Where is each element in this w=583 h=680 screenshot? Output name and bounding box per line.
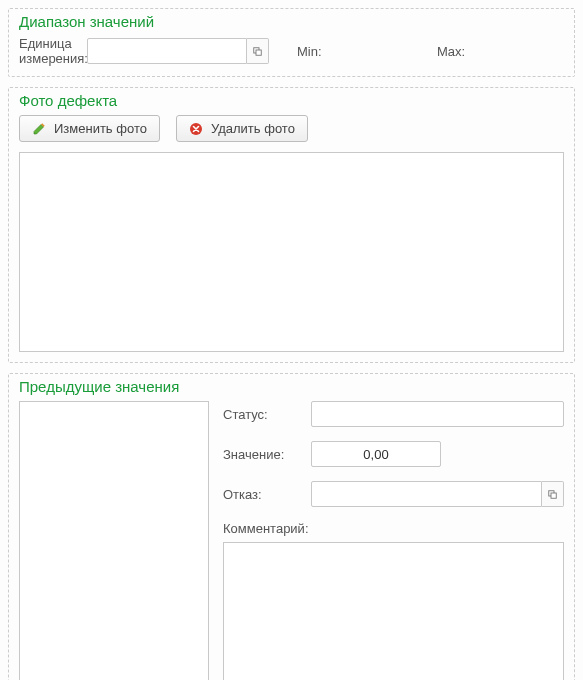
photo-button-row: Изменить фото Удалить фото — [19, 115, 564, 142]
unit-input-wrap — [87, 38, 269, 64]
open-dialog-icon — [253, 46, 262, 57]
refusal-input-wrap — [311, 481, 564, 507]
previous-grid: Статус: Значение: Отказ: Комментарий: — [19, 401, 564, 680]
delete-icon — [189, 122, 203, 136]
comment-label: Комментарий: — [223, 521, 564, 536]
comment-textarea[interactable] — [223, 542, 564, 680]
delete-photo-label: Удалить фото — [211, 121, 295, 136]
range-row: Единица измерения: Min: Max: — [19, 36, 564, 66]
previous-legend: Предыдущие значения — [19, 378, 564, 395]
min-label: Min: — [297, 44, 357, 59]
range-legend: Диапазон значений — [19, 13, 564, 30]
pencil-icon — [32, 122, 46, 136]
value-row: Значение: — [223, 441, 564, 467]
max-label: Max: — [437, 44, 465, 59]
svg-rect-4 — [551, 493, 556, 498]
refusal-label: Отказ: — [223, 487, 303, 502]
change-photo-label: Изменить фото — [54, 121, 147, 136]
unit-label: Единица измерения: — [19, 36, 87, 66]
range-fieldset: Диапазон значений Единица измерения: Min… — [8, 8, 575, 77]
status-row: Статус: — [223, 401, 564, 427]
photo-fieldset: Фото дефекта Изменить фото Удалить фото — [8, 87, 575, 363]
refusal-input[interactable] — [311, 481, 542, 507]
refusal-picker-button[interactable] — [542, 481, 564, 507]
delete-photo-button[interactable]: Удалить фото — [176, 115, 308, 142]
value-label: Значение: — [223, 447, 303, 462]
photo-legend: Фото дефекта — [19, 92, 564, 109]
value-input[interactable] — [311, 441, 441, 467]
svg-rect-1 — [256, 50, 261, 55]
previous-fieldset: Предыдущие значения Статус: Значение: От… — [8, 373, 575, 680]
open-dialog-icon — [548, 489, 557, 500]
status-label: Статус: — [223, 407, 303, 422]
status-input[interactable] — [311, 401, 564, 427]
previous-details: Статус: Значение: Отказ: Комментарий: — [223, 401, 564, 680]
comment-block: Комментарий: — [223, 521, 564, 680]
change-photo-button[interactable]: Изменить фото — [19, 115, 160, 142]
unit-input[interactable] — [87, 38, 247, 64]
photo-preview-area — [19, 152, 564, 352]
unit-picker-button[interactable] — [247, 38, 269, 64]
previous-values-list[interactable] — [19, 401, 209, 680]
refusal-row: Отказ: — [223, 481, 564, 507]
